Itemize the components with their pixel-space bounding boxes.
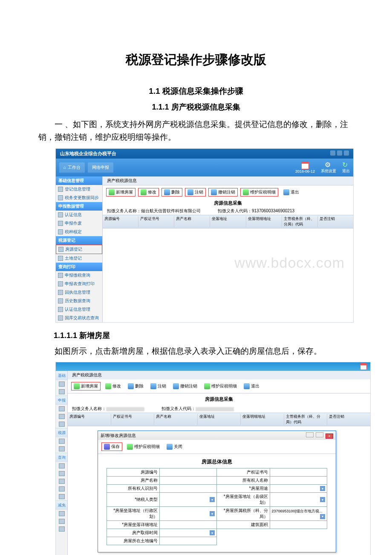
header-settings[interactable]: 系统设置: [321, 161, 336, 174]
input-owner-id[interactable]: [160, 485, 217, 493]
select-bureau[interactable]: 23706953100|烟台市地方税...: [270, 507, 327, 521]
dropdown-icon[interactable]: [320, 486, 325, 491]
edit-button[interactable]: 修改: [138, 188, 159, 197]
edit-icon: [105, 383, 111, 389]
sidebar-group-report[interactable]: 申报数据管理: [56, 202, 102, 211]
side-basic[interactable]: 基础: [56, 371, 67, 380]
sidebar-item-q3[interactable]: 回执信息管理: [56, 288, 102, 297]
save-button[interactable]: 保存: [101, 442, 122, 451]
exit-button[interactable]: 退出: [242, 382, 262, 390]
dropdown-icon[interactable]: [210, 497, 215, 502]
select-district[interactable]: [160, 507, 217, 521]
tab-house-tax[interactable]: 房产税税源信息: [103, 176, 353, 185]
sidebar-item-auth[interactable]: 认证信息: [56, 211, 102, 219]
dropdown-icon[interactable]: [320, 514, 325, 519]
app-title: 山东地税企业综合办税平台: [60, 150, 116, 157]
side-icon[interactable]: [59, 526, 65, 532]
input-house-name[interactable]: [160, 477, 217, 485]
input-area[interactable]: [270, 521, 327, 529]
bureau-value: 23706953100|烟台市地方税...: [272, 509, 323, 513]
edit-button[interactable]: 修改: [103, 382, 123, 390]
max-icon[interactable]: [316, 432, 323, 437]
side-icon[interactable]: [59, 439, 65, 444]
undo-cancel-button[interactable]: 撤销注销: [208, 188, 238, 197]
payer-name-label: 扣缴义务人名称：: [72, 406, 106, 411]
sidebar-item-q4[interactable]: 历史数据查询: [56, 297, 102, 305]
side-query[interactable]: 查询: [56, 453, 67, 462]
side-icon[interactable]: [59, 519, 65, 524]
input-detail-addr[interactable]: [160, 521, 217, 529]
cancel-button[interactable]: 注销: [185, 188, 206, 197]
maintain-button[interactable]: 维护应税明细: [240, 188, 278, 197]
close-button[interactable]: 关闭: [164, 443, 184, 451]
side-icon[interactable]: [59, 406, 65, 411]
dialog-window-controls: ×: [305, 432, 333, 439]
table-header: 房源编号 产权证书号 房产名称 坐落地址 坐落明细地址 主管税务所（科、分局）代…: [103, 215, 353, 228]
delete-button[interactable]: 删除: [126, 382, 146, 390]
th-cancel: 是否注销: [327, 414, 370, 425]
sidebar-group-query[interactable]: 查询打印: [56, 263, 102, 271]
info-icon: [167, 444, 173, 450]
menu-netreport[interactable]: 网络申报: [88, 162, 113, 173]
side-icon[interactable]: [59, 486, 65, 491]
sidebar-item-land-reg[interactable]: 土地登记: [56, 254, 102, 263]
add-house-button[interactable]: 新增房屋: [106, 188, 135, 197]
toolbar-2: 新增房屋 修改 删除 注销 撤销注销 维护应税明细 退出: [68, 379, 370, 393]
sidebar-item-q6[interactable]: 国库交易状态查询: [56, 314, 102, 322]
add-icon: [74, 383, 80, 389]
input-cert-no[interactable]: [270, 468, 327, 477]
list-icon: [58, 221, 63, 226]
delete-button[interactable]: 删除: [161, 188, 182, 197]
select-county[interactable]: [270, 493, 327, 507]
side-icon[interactable]: [59, 382, 65, 387]
side-taxsrc[interactable]: 税源: [56, 428, 67, 437]
dropdown-icon[interactable]: [320, 497, 325, 502]
side-icon[interactable]: [59, 446, 65, 451]
auth-icon: [58, 307, 63, 312]
side-tax-relief[interactable]: 减免: [56, 500, 67, 510]
sidebar-group-taxsource[interactable]: 税源登记: [56, 236, 102, 245]
sidebar-item-reginfo[interactable]: 登记信息管理: [56, 185, 102, 194]
header-exit[interactable]: 退出: [342, 161, 350, 174]
select-use[interactable]: [270, 485, 327, 493]
sidebar-item-house-reg[interactable]: 房源登记: [56, 245, 102, 254]
select-taxpayer-type[interactable]: [160, 493, 217, 507]
sidebar-item-q2[interactable]: 申报表查询打印: [56, 280, 102, 288]
undo-cancel-button[interactable]: 撤销注销: [171, 382, 199, 390]
label-acquire-date: 房产取得时间: [107, 529, 160, 537]
input-owner-name[interactable]: [270, 477, 327, 485]
cancel-button[interactable]: 注销: [148, 382, 168, 390]
tab-house-tax[interactable]: 房产税税源信息: [68, 371, 370, 379]
undo-icon: [211, 189, 217, 195]
payer-name-value: 烟台航天信普软件科技有限公司: [141, 208, 201, 213]
search-icon: [58, 273, 63, 278]
side-report[interactable]: 申报: [56, 396, 67, 405]
side-icon[interactable]: [59, 494, 65, 499]
sidebar-item-q1[interactable]: 申报缴税查询: [56, 271, 102, 280]
sidebar-item-taxtype[interactable]: 税种核定: [56, 228, 102, 236]
side-icon[interactable]: [59, 471, 65, 476]
exit-button[interactable]: 退出: [281, 188, 302, 197]
dropdown-icon[interactable]: [210, 530, 215, 535]
add-house-button[interactable]: 新增房屋: [71, 382, 101, 390]
input-acquire-date[interactable]: [160, 529, 217, 537]
sidebar-item-q5[interactable]: 认证信息管理: [56, 305, 102, 314]
maintain-button[interactable]: 维护应税明细: [202, 382, 239, 390]
sidebar-item-sync[interactable]: 税务变更数据同步: [56, 194, 102, 202]
side-icon[interactable]: [59, 479, 65, 484]
sidebar-group-basic[interactable]: 基础信息管理: [56, 176, 102, 185]
dropdown-icon[interactable]: [210, 511, 215, 516]
side-icon[interactable]: [59, 389, 65, 394]
close-icon[interactable]: ×: [326, 434, 333, 439]
side-icon[interactable]: [59, 414, 65, 419]
side-icon[interactable]: [59, 463, 65, 468]
side-icon[interactable]: [59, 511, 65, 516]
paragraph-1: 一 、如下图，系统支持外网房产税税源信息采集。提供登记信息的修改，删除，注销，撤…: [38, 118, 354, 144]
input-house-id[interactable]: [160, 468, 217, 477]
input-land-id[interactable]: [160, 537, 217, 545]
menu-home[interactable]: 工作台: [59, 162, 85, 173]
side-icon[interactable]: [59, 422, 65, 427]
maintain-detail-button[interactable]: 维护应税明细: [125, 443, 162, 451]
min-icon[interactable]: [306, 432, 314, 437]
sidebar-item-void[interactable]: 申报作废: [56, 219, 102, 228]
